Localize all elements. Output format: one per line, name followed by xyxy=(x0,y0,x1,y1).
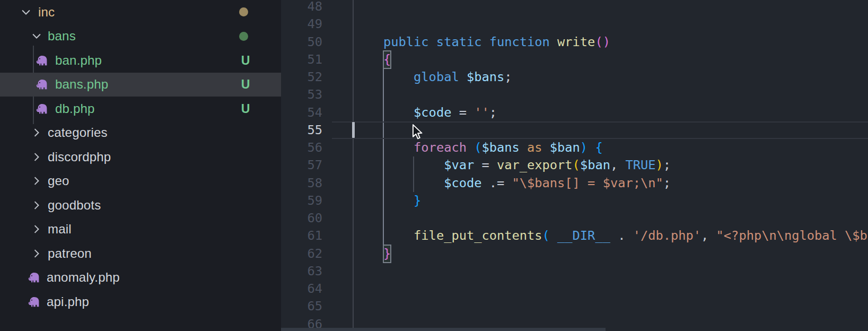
code-editor[interactable]: 484950 public static function write()51 … xyxy=(281,0,868,331)
folder-chevron-down-icon xyxy=(20,6,32,18)
line-number[interactable]: 60 xyxy=(281,210,322,227)
code-line-49[interactable]: 49 xyxy=(281,15,868,33)
code-line-54[interactable]: 54 $code = ''; xyxy=(281,104,868,121)
line-number[interactable]: 62 xyxy=(281,245,322,263)
line-number[interactable]: 55 xyxy=(281,121,322,139)
code-line-57[interactable]: 57 $var = var_export($ban, TRUE); xyxy=(281,156,868,174)
explorer-item-goodbots[interactable]: goodbots xyxy=(0,193,281,217)
line-number[interactable]: 54 xyxy=(281,104,322,121)
code-line-62[interactable]: 62 } xyxy=(281,245,868,263)
git-untracked-badge: U xyxy=(238,77,253,92)
explorer-item-label: bans xyxy=(48,29,76,43)
folder-chevron-right-icon xyxy=(31,127,42,138)
line-number[interactable]: 48 xyxy=(281,0,322,15)
code-line-59[interactable]: 59 } xyxy=(281,192,868,210)
code-content: 484950 public static function write()51 … xyxy=(281,0,868,331)
explorer-item-ban-php[interactable]: ban.phpU xyxy=(0,48,281,73)
explorer-item-label: goodbots xyxy=(48,198,101,213)
php-file-icon xyxy=(35,77,49,92)
explorer-item-categories[interactable]: categories xyxy=(0,121,281,145)
folder-chevron-right-icon xyxy=(31,248,42,259)
explorer-item-bans-php[interactable]: bans.phpU xyxy=(0,73,281,97)
code-line-63[interactable]: 63 xyxy=(281,263,868,280)
code-line-60[interactable]: 60 xyxy=(281,210,868,227)
explorer-item-api-php[interactable]: api.php xyxy=(0,290,281,314)
php-file-icon xyxy=(35,101,49,116)
explorer-tree: incbansban.phpUbans.phpUdb.phpUcategorie… xyxy=(0,0,281,314)
line-number[interactable]: 58 xyxy=(281,175,322,192)
code-line-48[interactable]: 48 xyxy=(281,0,868,15)
line-number[interactable]: 64 xyxy=(281,280,322,298)
explorer-item-label: inc xyxy=(38,5,55,20)
line-number[interactable]: 50 xyxy=(281,33,322,51)
explorer-item-label: categories xyxy=(48,125,108,140)
explorer-item-label: patreon xyxy=(48,246,92,261)
file-explorer: incbansban.phpUbans.phpUdb.phpUcategorie… xyxy=(0,0,281,331)
explorer-item-label: anomaly.php xyxy=(47,270,120,285)
explorer-item-label: bans.php xyxy=(55,77,108,92)
line-number[interactable]: 51 xyxy=(281,51,322,68)
bracket-match-box: } xyxy=(383,245,391,263)
explorer-item-label: ban.php xyxy=(55,53,102,68)
text-cursor xyxy=(352,122,355,138)
mouse-pointer-icon xyxy=(411,124,423,140)
line-number[interactable]: 49 xyxy=(281,15,322,33)
code-line-58[interactable]: 58 $code .= "\$bans[] = $var;\n"; xyxy=(281,175,868,192)
bracket-match-box: { xyxy=(383,51,391,68)
explorer-item-geo[interactable]: geo xyxy=(0,169,281,194)
folder-chevron-right-icon xyxy=(31,151,42,163)
git-untracked-dot xyxy=(239,32,248,41)
code-line-52[interactable]: 52 global $bans; xyxy=(281,68,868,86)
explorer-item-inc[interactable]: inc xyxy=(0,0,281,24)
code-line-65[interactable]: 65 xyxy=(281,298,868,315)
code-line-64[interactable]: 64 xyxy=(281,280,868,298)
git-untracked-badge: U xyxy=(238,101,253,116)
line-number[interactable]: 52 xyxy=(281,68,322,86)
line-number[interactable]: 65 xyxy=(281,298,322,315)
line-number[interactable]: 56 xyxy=(281,139,322,156)
git-modified-dot xyxy=(239,7,248,16)
explorer-item-label: discordphp xyxy=(48,150,111,164)
folder-chevron-right-icon xyxy=(31,175,42,187)
line-number[interactable]: 53 xyxy=(281,86,322,103)
explorer-item-mail[interactable]: mail xyxy=(0,217,281,242)
explorer-item-label: api.php xyxy=(47,294,89,309)
code-line-51[interactable]: 51 { xyxy=(281,51,868,68)
line-number[interactable]: 59 xyxy=(281,192,322,210)
folder-chevron-down-icon xyxy=(31,30,42,42)
explorer-item-db-php[interactable]: db.phpU xyxy=(0,97,281,121)
code-line-61[interactable]: 61 file_put_contents( __DIR__ . '/db.php… xyxy=(281,227,868,245)
code-line-53[interactable]: 53 xyxy=(281,86,868,103)
explorer-item-anomaly-php[interactable]: anomaly.php xyxy=(0,266,281,290)
explorer-item-bans[interactable]: bans xyxy=(0,24,281,49)
git-untracked-badge: U xyxy=(238,53,253,67)
code-line-55[interactable]: 55 xyxy=(281,121,868,139)
code-line-56[interactable]: 56 foreach ($bans as $ban) { xyxy=(281,139,868,156)
line-number[interactable]: 57 xyxy=(281,156,322,174)
vscode-window: incbansban.phpUbans.phpUdb.phpUcategorie… xyxy=(0,0,868,331)
php-file-icon xyxy=(27,294,41,309)
horizontal-scrollbar[interactable] xyxy=(281,328,606,331)
explorer-item-label: db.php xyxy=(55,101,95,116)
php-file-icon xyxy=(27,271,41,285)
folder-chevron-right-icon xyxy=(31,199,42,211)
explorer-item-label: geo xyxy=(48,173,69,188)
explorer-item-patreon[interactable]: patreon xyxy=(0,241,281,266)
code-line-50[interactable]: 50 public static function write() xyxy=(281,33,868,51)
line-number[interactable]: 61 xyxy=(281,227,322,245)
explorer-item-discordphp[interactable]: discordphp xyxy=(0,145,281,169)
line-number[interactable]: 63 xyxy=(281,263,322,280)
explorer-item-label: mail xyxy=(48,222,72,237)
php-file-icon xyxy=(35,53,49,67)
folder-chevron-right-icon xyxy=(31,223,42,235)
